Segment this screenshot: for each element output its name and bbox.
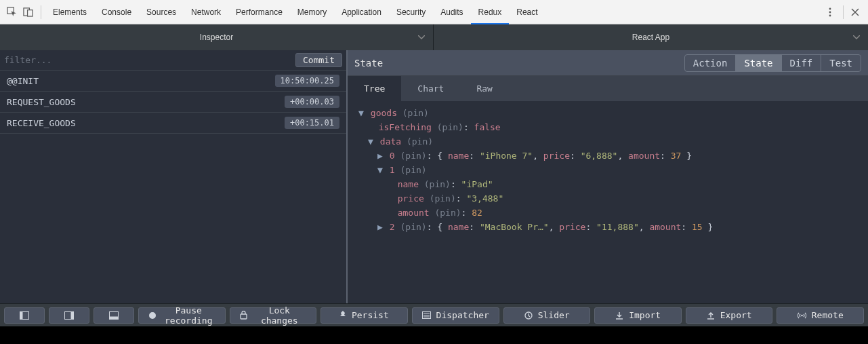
action-timestamp: +00:00.03 (285, 96, 339, 108)
separator (41, 5, 41, 19)
import-button[interactable]: Import (594, 307, 682, 324)
svg-point-5 (829, 14, 831, 16)
upload-icon (707, 311, 715, 320)
redux-main: Commit @@INIT 10:50:00.25 REQUEST_GOODS … (0, 50, 868, 303)
tab-console[interactable]: Console (94, 0, 139, 24)
pause-recording-button[interactable]: Pause recording (138, 307, 226, 324)
subtab-inspector[interactable]: Inspector (0, 24, 434, 50)
disclosure-down-icon[interactable]: ▼ (368, 134, 375, 149)
devtools-tabbar: Elements Console Sources Network Perform… (0, 0, 868, 24)
button-label: Persist (352, 310, 389, 320)
tab-react[interactable]: React (509, 0, 545, 24)
subtab-react-app-label: React App (632, 33, 669, 42)
tab-performance[interactable]: Performance (228, 0, 290, 24)
redux-subheader: Inspector React App (0, 24, 868, 50)
state-pane: State Action State Diff Test Tree Chart … (348, 50, 868, 303)
tab-memory[interactable]: Memory (290, 0, 334, 24)
commit-button[interactable]: Commit (295, 53, 342, 67)
view-tab-chart[interactable]: Chart (401, 76, 460, 101)
mode-tab-state[interactable]: State (736, 55, 781, 71)
tab-redux[interactable]: Redux (471, 0, 510, 24)
panel-layout-right-button[interactable] (49, 307, 89, 324)
view-tab-raw[interactable]: Raw (460, 76, 508, 101)
filter-row: Commit (0, 50, 346, 71)
state-tree[interactable]: ▼ goods (pin) isFetching (pin): false ▼ … (348, 102, 868, 303)
chevron-down-icon[interactable] (418, 35, 425, 39)
export-button[interactable]: Export (686, 307, 773, 324)
action-name: @@INIT (7, 76, 39, 86)
svg-rect-7 (20, 311, 23, 319)
action-row[interactable]: REQUEST_GOODS +00:00.03 (0, 92, 346, 113)
black-strip (0, 326, 868, 344)
panel-layout-bottom-button[interactable] (94, 307, 134, 324)
action-row[interactable]: @@INIT 10:50:00.25 (0, 71, 346, 92)
action-row[interactable]: RECEIVE_GOODS +00:15.01 (0, 113, 346, 134)
button-label: Export (720, 310, 752, 320)
disclosure-right-icon[interactable]: ▶ (377, 220, 384, 234)
kebab-menu-icon[interactable] (823, 5, 838, 20)
tree-leaf[interactable]: price (pin): "3,488" (352, 191, 868, 206)
dispatcher-button[interactable]: Dispatcher (412, 307, 499, 324)
tree-leaf[interactable]: name (pin): "iPad" (352, 177, 868, 191)
action-name: RECEIVE_GOODS (7, 118, 76, 128)
remote-button[interactable]: Remote (777, 307, 864, 324)
tree-node[interactable]: ▶ 2 (pin): { name: "MacBook Pr…", price:… (352, 220, 868, 234)
disclosure-down-icon[interactable]: ▼ (358, 106, 365, 120)
lock-icon (240, 311, 247, 320)
persist-button[interactable]: Persist (321, 307, 408, 324)
panel-layout-left-button[interactable] (4, 307, 45, 324)
download-icon (615, 311, 623, 320)
svg-rect-9 (71, 311, 74, 319)
tree-node[interactable]: ▶ 0 (pin): { name: "iPhone 7", price: "6… (352, 149, 868, 163)
filter-input[interactable] (4, 55, 291, 65)
svg-point-12 (149, 312, 156, 319)
state-mode-tabs: Action State Diff Test (684, 54, 861, 72)
subtab-inspector-label: Inspector (200, 33, 233, 42)
mode-tab-diff[interactable]: Diff (782, 55, 822, 71)
panel-left-icon (20, 311, 29, 320)
slider-button[interactable]: Slider (503, 307, 591, 324)
tab-sources[interactable]: Sources (139, 0, 184, 24)
tree-leaf[interactable]: isFetching (pin): false (352, 120, 868, 134)
inspect-element-icon[interactable] (4, 5, 19, 20)
close-icon[interactable] (848, 5, 863, 20)
subtab-react-app[interactable]: React App (434, 24, 868, 50)
tab-security[interactable]: Security (389, 0, 433, 24)
mode-tab-test[interactable]: Test (821, 55, 861, 71)
svg-point-16 (801, 314, 803, 316)
action-name: REQUEST_GOODS (7, 97, 76, 107)
disclosure-right-icon[interactable]: ▶ (377, 149, 384, 163)
tab-elements[interactable]: Elements (45, 0, 94, 24)
svg-point-4 (829, 11, 831, 13)
disclosure-down-icon[interactable]: ▼ (377, 163, 384, 177)
record-icon (148, 311, 157, 320)
svg-rect-13 (241, 314, 247, 319)
button-label: Import (629, 310, 661, 320)
panel-bottom-icon (109, 311, 119, 320)
mode-tab-action[interactable]: Action (685, 55, 737, 71)
tree-node[interactable]: ▼ data (pin) (352, 134, 868, 149)
state-view-tabs: Tree Chart Raw (348, 76, 868, 102)
action-list-pane: Commit @@INIT 10:50:00.25 REQUEST_GOODS … (0, 50, 348, 303)
lock-changes-button[interactable]: Lock changes (230, 307, 317, 324)
antenna-icon (798, 311, 806, 320)
action-list: @@INIT 10:50:00.25 REQUEST_GOODS +00:00.… (0, 71, 346, 303)
tab-application[interactable]: Application (334, 0, 389, 24)
button-label: Slider (538, 310, 570, 320)
tree-leaf[interactable]: amount (pin): 82 (352, 206, 868, 220)
tab-network[interactable]: Network (184, 0, 228, 24)
button-label: Dispatcher (436, 310, 489, 320)
button-label: Remote (812, 310, 844, 320)
svg-rect-2 (27, 10, 33, 16)
tab-audits[interactable]: Audits (433, 0, 470, 24)
device-toolbar-icon[interactable] (20, 5, 35, 20)
view-tab-tree[interactable]: Tree (348, 76, 401, 101)
clock-icon (524, 311, 533, 320)
tree-node[interactable]: ▼ goods (pin) (352, 106, 868, 120)
state-header-title: State (354, 58, 684, 69)
dispatch-icon (422, 311, 431, 319)
separator (843, 5, 844, 19)
svg-point-3 (829, 7, 831, 9)
tree-node[interactable]: ▼ 1 (pin) (352, 163, 868, 177)
chevron-down-icon[interactable] (853, 35, 860, 39)
